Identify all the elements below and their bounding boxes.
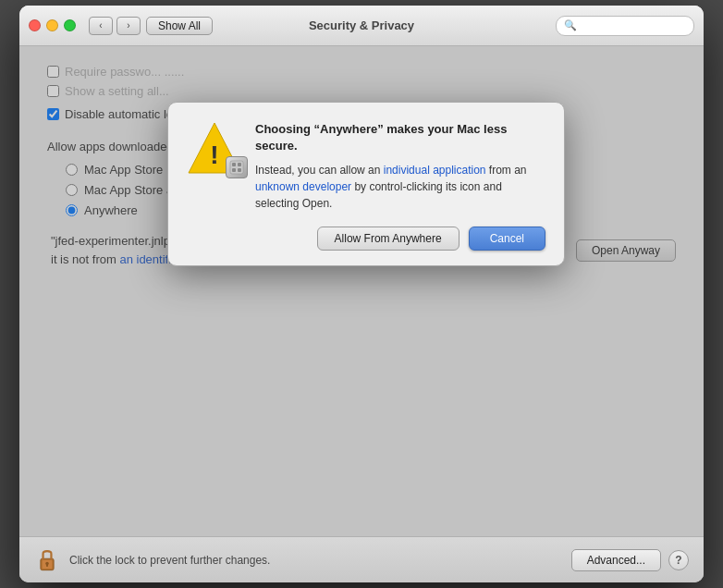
svg-rect-3 [232,163,236,166]
search-icon: 🔍 [564,19,577,31]
dialog-msg-part2: from an [486,164,527,177]
content-wrapper: Require passwo... ...... Show a setting … [19,46,704,536]
titlebar: ‹ › Show All Security & Privacy 🔍 [19,6,704,46]
advanced-button[interactable]: Advanced... [571,549,661,571]
cancel-button[interactable]: Cancel [469,227,545,251]
forward-button[interactable]: › [116,17,141,35]
dialog-text-area: Choosing “Anywhere” makes your Mac less … [255,121,545,212]
dialog-msg-link2: unknown developer [255,180,351,193]
lock-icon[interactable] [34,545,60,575]
svg-rect-2 [230,161,243,174]
dialog-buttons: Allow From Anywhere Cancel [187,227,545,251]
main-window: ‹ › Show All Security & Privacy 🔍 Requir… [19,6,704,582]
dialog-msg-part1: Instead, you can allow an [255,164,384,177]
dialog-body: ! Choosing “Anywhere” makes [187,121,545,212]
svg-rect-6 [238,168,241,172]
allow-from-anywhere-button[interactable]: Allow From Anywhere [317,227,460,251]
warning-icon-wrap: ! [187,121,242,177]
show-all-button[interactable]: Show All [146,17,213,35]
svg-text:!: ! [210,141,218,169]
close-button[interactable] [29,19,41,31]
help-button[interactable]: ? [668,550,689,570]
search-box[interactable]: 🔍 [556,16,694,36]
svg-rect-5 [232,168,236,172]
dialog-title: Choosing “Anywhere” makes your Mac less … [255,121,545,154]
back-button[interactable]: ‹ [89,17,113,35]
app-badge-icon [229,160,244,175]
dialog-message: Instead, you can allow an individual app… [255,162,545,212]
lock-status-text: Click the lock to prevent further change… [69,554,571,567]
svg-rect-4 [238,163,241,166]
maximize-button[interactable] [64,19,76,31]
dialog: ! Choosing “Anywhere” makes [167,102,565,266]
nav-buttons: ‹ › [89,17,141,35]
minimize-button[interactable] [46,19,58,31]
svg-rect-10 [46,564,48,567]
badge-icon [226,156,248,178]
traffic-lights [29,19,76,31]
dialog-msg-link1: individual application [384,164,486,177]
window-title: Security & Privacy [309,18,414,32]
bottom-bar: Click the lock to prevent further change… [19,536,704,582]
